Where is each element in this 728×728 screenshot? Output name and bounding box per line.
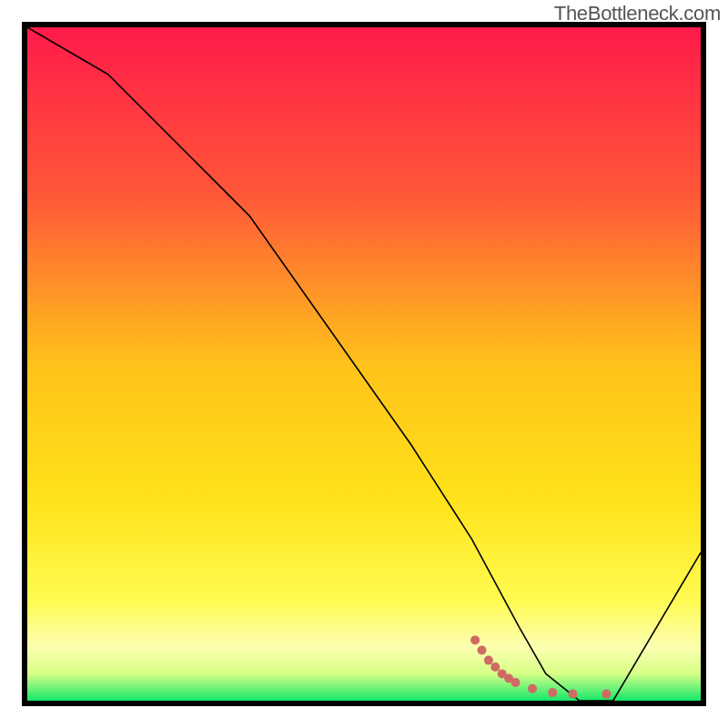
- marker-optimal-range-dots: [511, 678, 521, 687]
- marker-optimal-range-dots: [548, 688, 557, 697]
- chart-background: [27, 27, 701, 701]
- bottleneck-chart: [27, 27, 701, 701]
- marker-optimal-range-dots: [484, 656, 493, 665]
- marker-optimal-range-dots: [470, 635, 480, 644]
- marker-optimal-range-dots: [602, 690, 611, 699]
- watermark-text: TheBottleneck.com: [554, 2, 721, 25]
- marker-optimal-range-dots: [568, 690, 577, 699]
- chart-frame: [22, 22, 706, 706]
- marker-optimal-range-dots: [490, 662, 500, 672]
- marker-optimal-range-dots: [478, 646, 487, 655]
- marker-optimal-range-dots: [528, 684, 537, 693]
- chart-canvas: [27, 27, 701, 701]
